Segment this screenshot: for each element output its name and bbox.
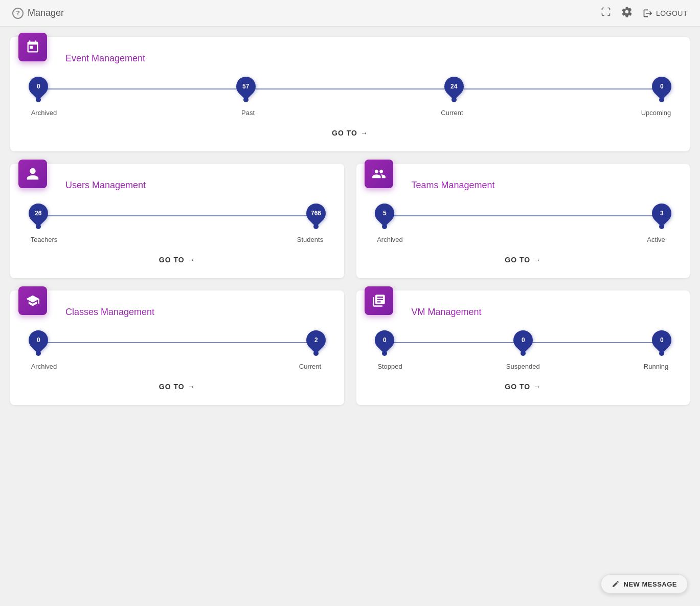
event-timeline: 0 57 24 0 [25,74,675,117]
users-label-teachers: Teachers [29,236,59,243]
vm-management-title: VM Management [412,305,676,318]
event-stat-upcoming: 0 [652,77,671,102]
header: ? Manager LOGOUT [0,0,700,27]
classes-management-card: Classes Management 0 2 [10,290,344,405]
classes-stat-archived: 0 [29,330,48,356]
classes-stat-current: 2 [306,330,326,356]
vm-timeline: 0 0 0 Stopped [371,328,676,370]
vm-icon-box [365,286,393,315]
teams-goto-button[interactable]: GO TO → [496,252,549,268]
settings-icon[interactable] [621,6,633,20]
event-pin-upcoming: 0 [648,73,675,100]
classes-management-title: Classes Management [65,305,330,318]
new-message-button[interactable]: NEW MESSAGE [601,574,688,594]
event-stat-current: 24 [444,77,464,102]
classes-goto-row: GO TO → [25,378,330,395]
vm-label-stopped: Stopped [375,363,405,370]
vm-goto-row: GO TO → [371,378,676,395]
event-timeline-points: 0 57 24 0 [29,77,671,102]
event-management-title: Event Management [65,51,675,64]
users-label-students: Students [295,236,326,243]
teams-icon-box [365,160,393,188]
main-content: Event Management 0 57 [0,27,700,415]
event-management-card: Event Management 0 57 [10,37,690,151]
event-label-past: Past [233,109,263,117]
classes-timeline: 0 2 Archived Current [25,328,330,370]
vm-labels: Stopped Suspended Running [375,363,672,370]
vm-timeline-points: 0 0 0 [375,330,672,356]
help-icon[interactable]: ? [12,8,24,19]
event-goto-row: GO TO → [25,125,675,141]
logout-button[interactable]: LOGOUT [643,8,688,18]
app-title: Manager [28,8,64,18]
users-goto-row: GO TO → [25,252,330,268]
users-stat-students: 766 [306,204,326,229]
users-goto-button[interactable]: GO TO → [151,252,204,268]
logout-label: LOGOUT [656,9,688,17]
event-goto-button[interactable]: GO TO → [324,125,376,141]
teams-label-active: Active [641,236,671,243]
teams-management-card: Teams Management 5 3 [356,164,690,278]
event-stat-archived: 0 [29,77,48,102]
event-icon-box [18,33,47,61]
fullscreen-icon[interactable] [601,7,611,19]
event-label-archived: Archived [29,109,59,117]
pencil-icon [612,580,620,588]
vm-label-running: Running [641,363,671,370]
event-pin-current: 24 [440,73,468,100]
vm-label-suspended: Suspended [508,363,538,370]
vm-goto-button[interactable]: GO TO → [496,378,549,395]
teams-stat-active: 3 [652,204,671,229]
users-timeline: 26 766 Teachers Students [25,201,330,243]
users-management-title: Users Management [65,178,330,191]
teams-timeline: 5 3 Archived Active [371,201,676,243]
new-message-label: NEW MESSAGE [624,580,677,588]
teams-timeline-points: 5 3 [375,204,672,229]
classes-labels: Archived Current [29,363,326,370]
users-labels: Teachers Students [29,236,326,243]
teams-labels: Archived Active [375,236,672,243]
users-management-card: Users Management 26 766 [10,164,344,278]
vm-management-card: VM Management 0 0 0 [356,290,690,405]
classes-label-current: Current [295,363,326,370]
header-left: ? Manager [12,8,64,19]
classes-label-archived: Archived [29,363,59,370]
bottom-row: Classes Management 0 2 [10,290,690,405]
teams-goto-row: GO TO → [371,252,676,268]
users-stat-teachers: 26 [29,204,48,229]
vm-stat-running: 0 [652,330,671,356]
users-timeline-points: 26 766 [29,204,326,229]
classes-icon-box [18,286,47,315]
teams-management-title: Teams Management [412,178,676,191]
header-right: LOGOUT [601,6,688,20]
event-label-upcoming: Upcoming [641,109,671,117]
teams-label-archived: Archived [375,236,405,243]
event-label-current: Current [437,109,467,117]
event-pin-archived: 0 [25,73,52,100]
event-pin-past: 57 [232,73,260,100]
classes-goto-button[interactable]: GO TO → [151,378,204,395]
event-labels: Archived Past Current Upcoming [29,109,671,117]
middle-row: Users Management 26 766 [10,164,690,278]
vm-stat-suspended: 0 [513,330,533,356]
teams-stat-archived: 5 [375,204,394,229]
vm-stat-stopped: 0 [375,330,394,356]
classes-timeline-points: 0 2 [29,330,326,356]
event-stat-past: 57 [236,77,256,102]
users-icon-box [18,160,47,188]
